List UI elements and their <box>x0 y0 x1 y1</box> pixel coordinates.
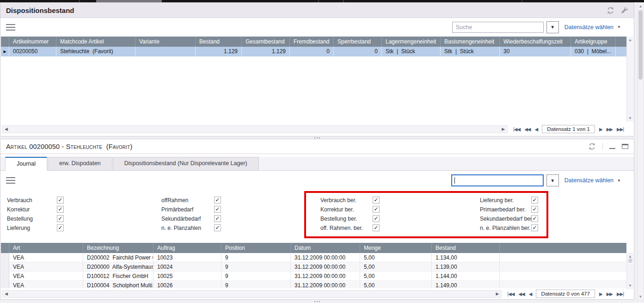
vertical-scrollbar[interactable]: ▲ ▼ <box>626 37 633 122</box>
select-records-link[interactable]: Datensätze wählen <box>564 177 613 184</box>
checkbox-sekundaerbedarf[interactable]: ✓ <box>214 215 221 222</box>
splitter-grip[interactable] <box>314 301 320 302</box>
scroll-up-icon[interactable]: ▲ <box>639 4 643 8</box>
page-scrollbar[interactable]: ▲ ▼ <box>637 2 644 301</box>
table-row[interactable]: VEA D100012 Fischer GmbH 10025 9 31.12.2… <box>1 272 626 281</box>
cell-menge: 5,00 <box>360 272 432 280</box>
checkbox-verbrauch[interactable]: ✓ <box>57 197 64 204</box>
tab-dispositionsbestand-lager[interactable]: Dispositionsbestand (Nur Disporelevante … <box>113 157 259 170</box>
pager-first-button[interactable]: |◀◀ <box>505 291 516 297</box>
pager-fast-next-button[interactable]: ▶▶ <box>605 127 614 132</box>
scroll-left-icon[interactable]: ◀ <box>5 127 8 131</box>
pager-fast-prev-button[interactable]: ◀◀ <box>516 291 526 297</box>
tab-erw-dispodaten[interactable]: erw. Dispodaten <box>48 157 112 170</box>
checkbox-verbrauch-ber[interactable]: ✓ <box>373 197 380 204</box>
column-header-art[interactable]: Art <box>9 243 83 253</box>
menu-hamburger-icon[interactable] <box>6 177 15 184</box>
column-header-bezeichnung[interactable]: Bezeichnung <box>83 243 153 253</box>
settings-wrench-icon[interactable] <box>621 6 628 14</box>
scroll-down-icon[interactable]: ▼ <box>639 295 643 299</box>
record-navigator: |◀◀ ◀◀ ◀ Datensatz 0 von 477 ▶ ▶▶ ▶▶| <box>505 290 626 298</box>
horizontal-scrollbar[interactable]: ◀ ▶ <box>2 290 502 298</box>
checkbox-ne-planzahlen[interactable]: ✓ <box>214 224 221 231</box>
column-header-artikelnummer[interactable]: Artikelnummer <box>9 37 56 47</box>
search-dropdown-button[interactable]: ▼ <box>546 174 559 186</box>
menu-hamburger-icon[interactable] <box>6 24 15 31</box>
column-header-position[interactable]: Position <box>221 243 291 253</box>
horizontal-scrollbar[interactable]: ◀ ▶ <box>2 125 508 133</box>
column-header-basismengeneinheit[interactable]: Basismengeneinheit <box>441 37 500 47</box>
journal-table: Art Bezeichnung Auftrag Position Datum M… <box>1 243 626 290</box>
scroll-right-icon[interactable]: ▶ <box>502 127 505 131</box>
pager-last-button[interactable]: ▶▶| <box>615 291 626 297</box>
pager-first-button[interactable]: |◀◀ <box>511 127 522 132</box>
scroll-up-icon[interactable]: ▲ <box>628 38 632 42</box>
cell-gesamtbestand: 1.129 <box>242 47 290 56</box>
scrollbar-thumb[interactable] <box>628 259 632 263</box>
column-header-bestand[interactable]: Bestand <box>432 243 500 253</box>
column-header-lagermengeneinheit[interactable]: Lagermengeneinheit <box>382 37 441 47</box>
checkbox-korrektur-ber[interactable]: ✓ <box>373 206 380 213</box>
tab-journal[interactable]: Journal <box>5 157 47 171</box>
check-icon: ✓ <box>58 225 62 231</box>
detail-panel-header: Artikel 00200050 - Stehleuchte (Favorit) <box>0 139 634 154</box>
scroll-left-icon[interactable]: ◀ <box>5 291 8 296</box>
link-caret-icon[interactable]: ▼ <box>617 25 621 29</box>
scroll-down-icon[interactable]: ▼ <box>628 116 632 120</box>
dropdown-arrow-icon: ▼ <box>550 25 555 30</box>
column-header-sperrbestand[interactable]: Sperrbestand <box>334 37 382 47</box>
vertical-scrollbar[interactable]: ▲ ▼ <box>626 253 633 289</box>
scroll-up-icon[interactable]: ▲ <box>628 254 632 259</box>
column-header-bestand[interactable]: Bestand <box>196 37 242 47</box>
column-header-auftrag[interactable]: Auftrag <box>153 243 221 253</box>
checkbox-primaerbedarf[interactable]: ✓ <box>214 206 221 213</box>
column-header-datum[interactable]: Datum <box>291 243 360 253</box>
table-row[interactable]: VEA D200000 Alfa-Systemhaus... 10024 9 3… <box>1 262 626 272</box>
search-input[interactable] <box>452 22 544 33</box>
panel-splitter[interactable] <box>0 300 634 303</box>
filter-input[interactable] <box>451 174 544 186</box>
checkbox-lieferung[interactable]: ✓ <box>57 224 64 231</box>
column-header-fremdbestand[interactable]: Fremdbestand <box>290 37 334 47</box>
column-header-variante[interactable]: Variante <box>135 37 196 47</box>
checkbox-offrahmen[interactable]: ✓ <box>214 197 221 204</box>
search-dropdown-button[interactable]: ▼ <box>546 21 559 33</box>
table-row[interactable]: ▶ 00200050 Stehleuchte (Favorit) 1.129 1… <box>1 47 626 56</box>
maximize-icon[interactable] <box>622 144 628 149</box>
cell-position: 9 <box>221 272 291 280</box>
scrollbar-thumb[interactable] <box>638 10 643 80</box>
select-records-link[interactable]: Datensätze wählen <box>564 24 613 31</box>
minimize-icon[interactable] <box>609 144 615 149</box>
detail-toolbar: ▼ Datensätze wählen ▼ <box>0 171 626 190</box>
column-header-gesamtbestand[interactable]: Gesamtbestand <box>242 37 290 47</box>
pager-last-button[interactable]: ▶▶| <box>615 127 626 132</box>
checkbox-primaerbedarf-ber[interactable]: ✓ <box>531 206 538 213</box>
checkbox-korrektur[interactable]: ✓ <box>57 206 64 213</box>
pager-next-button[interactable]: ▶ <box>597 127 604 132</box>
column-header-wiederbeschaffungszeit[interactable]: Wiederbeschaffungszeit <box>500 37 571 47</box>
scroll-right-icon[interactable]: ▶ <box>496 291 499 296</box>
checkbox-sekundaerbedarf-ber[interactable]: ✓ <box>531 215 538 222</box>
checkbox-bestellung-ber[interactable]: ✓ <box>373 215 380 222</box>
column-header-menge[interactable]: Menge <box>360 243 432 253</box>
pager-prev-button[interactable]: ◀ <box>527 291 534 297</box>
table-row[interactable]: VEA D200002 Fairchild Power C... 10023 9… <box>1 253 626 262</box>
column-header-matchcode[interactable]: Matchcode Artikel <box>56 37 135 47</box>
splitter-grip[interactable] <box>314 137 320 138</box>
pager-prev-button[interactable]: ◀ <box>533 127 540 132</box>
pager-fast-prev-button[interactable]: ◀◀ <box>522 127 532 132</box>
checkbox-lieferung-ber[interactable]: ✓ <box>531 197 538 204</box>
check-icon: ✓ <box>58 216 62 222</box>
cell-art: VEA <box>9 272 83 280</box>
refresh-icon[interactable] <box>607 6 614 14</box>
checkbox-bestellung[interactable]: ✓ <box>57 215 64 222</box>
pager-fast-next-button[interactable]: ▶▶ <box>605 291 614 297</box>
refresh-icon[interactable] <box>588 142 596 150</box>
scroll-down-icon[interactable]: ▼ <box>628 284 632 288</box>
link-caret-icon[interactable]: ▼ <box>617 179 621 183</box>
checkbox-off-rahmen-ber[interactable]: ✓ <box>373 224 380 231</box>
checkbox-ne-planzahlen-ber[interactable]: ✓ <box>531 224 538 231</box>
column-header-artikelgruppe[interactable]: Artikelgruppe <box>571 37 616 47</box>
pager-next-button[interactable]: ▶ <box>597 291 604 297</box>
column-header-filler <box>500 243 626 253</box>
